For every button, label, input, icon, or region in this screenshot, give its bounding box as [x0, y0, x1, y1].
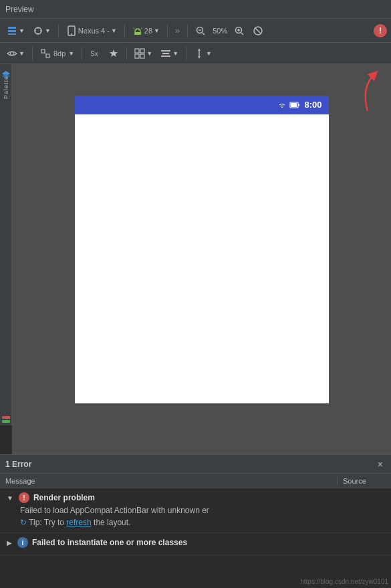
zoom-label: 50% — [211, 27, 229, 35]
disable-icon — [253, 25, 263, 36]
error-icon-red: ! — [19, 492, 29, 503]
height-button[interactable]: ▼ — [191, 47, 215, 60]
palette-green-icon — [2, 420, 10, 423]
col-message-header: Message — [0, 477, 338, 485]
star-icon — [108, 48, 119, 59]
error-item-1-expand[interactable]: ▼ — [5, 493, 15, 503]
align-button[interactable]: ▼ — [158, 47, 181, 60]
svg-rect-21 — [41, 50, 45, 53]
more-options-button[interactable]: » — [172, 24, 182, 37]
star-button[interactable] — [106, 47, 122, 60]
separator-4 — [187, 24, 188, 37]
align-chevron: ▼ — [172, 50, 178, 57]
separator-6 — [82, 47, 82, 60]
svg-marker-25 — [110, 50, 118, 57]
svg-rect-28 — [135, 54, 139, 58]
svg-line-9 — [141, 27, 142, 29]
eye-button[interactable]: ▼ — [4, 47, 27, 60]
refresh-link[interactable]: refresh — [66, 518, 91, 527]
svg-rect-32 — [161, 56, 170, 57]
zoom-in-icon — [234, 25, 245, 36]
sx-icon: Sx — [90, 48, 100, 59]
toolbar-row2: ▼ 8dp ▼ Sx ▼ — [0, 43, 391, 64]
wifi-icon — [277, 100, 287, 110]
error-render-problem: ▼ ! Render problem Failed to load AppCom… — [0, 488, 391, 533]
title-bar-text: Preview — [5, 5, 34, 14]
error-item-2-expand[interactable]: ▶ — [5, 538, 13, 548]
title-bar: Preview — [0, 0, 391, 19]
device-button[interactable]: Nexus 4 - ▼ — [63, 24, 120, 37]
svg-marker-35 — [198, 56, 201, 58]
phone-preview: 8:00 — [75, 96, 329, 403]
svg-rect-1 — [8, 30, 16, 32]
snap-button[interactable]: 8dp ▼ — [37, 47, 77, 60]
palette-icon-group: Palette — [0, 67, 12, 95]
svg-rect-31 — [162, 53, 169, 54]
svg-rect-22 — [46, 54, 49, 58]
svg-line-17 — [241, 33, 243, 35]
phone-icon — [66, 25, 77, 36]
error-panel-columns: Message Source — [0, 474, 391, 488]
svg-point-20 — [11, 52, 14, 55]
svg-rect-0 — [8, 27, 16, 29]
palette-label: Palette — [1, 83, 11, 92]
height-chevron: ▼ — [206, 50, 212, 57]
arrow-annotation — [331, 68, 384, 121]
separator-8 — [186, 47, 186, 60]
svg-line-13 — [203, 33, 205, 35]
main-content: 8:00 — [12, 64, 391, 454]
svg-line-8 — [133, 27, 134, 29]
config-chevron: ▼ — [45, 27, 51, 34]
grid-chevron: ▼ — [146, 50, 152, 57]
svg-text:Sx: Sx — [90, 50, 98, 58]
svg-rect-2 — [8, 33, 16, 35]
error-panel-header: 1 Error × — [0, 455, 391, 474]
eye-chevron: ▼ — [19, 50, 25, 57]
zoom-out-icon — [195, 25, 206, 36]
config-icon — [33, 25, 43, 36]
sx-button[interactable]: Sx — [87, 47, 103, 60]
error-panel-close-button[interactable]: × — [375, 458, 386, 471]
svg-rect-27 — [140, 49, 144, 53]
zoom-in-button[interactable] — [231, 24, 247, 37]
eye-icon — [7, 48, 17, 59]
snap-icon — [40, 48, 51, 59]
instantiate-error-title: Failed to instantiate one or more classe… — [32, 538, 187, 547]
separator-2 — [124, 24, 125, 37]
api-level-button[interactable]: 28 ▼ — [130, 24, 162, 37]
device-chevron: ▼ — [111, 27, 117, 34]
svg-rect-26 — [135, 49, 139, 53]
toolbar-row1: ▼ ▼ Nexus 4 - ▼ 28 ▼ » — [0, 19, 391, 43]
config-button[interactable]: ▼ — [30, 24, 53, 37]
error-count: 1 Error — [5, 460, 31, 469]
layers-button[interactable]: ▼ — [4, 24, 27, 37]
svg-rect-29 — [140, 54, 144, 58]
height-icon — [194, 48, 205, 59]
layers-chevron: ▼ — [19, 27, 25, 34]
refresh-icon: ↻ — [20, 518, 27, 527]
svg-point-6 — [136, 29, 137, 30]
snap-chevron: ▼ — [68, 50, 74, 57]
watermark: https://blog.csdn.net/zyw0101 — [300, 578, 388, 585]
separator-1 — [58, 24, 59, 37]
phone-time: 8:00 — [304, 100, 321, 110]
svg-line-23 — [45, 53, 46, 54]
api-chevron: ▼ — [154, 27, 160, 34]
separator-7 — [126, 47, 127, 60]
error-badge[interactable]: ! — [374, 24, 387, 37]
grid-button[interactable]: ▼ — [132, 47, 155, 60]
error-icon-blue: i — [17, 537, 28, 548]
layers-icon — [7, 25, 17, 36]
error-item-2-header: ▶ i Failed to instantiate one or more cl… — [5, 537, 386, 548]
col-source-header: Source — [338, 477, 391, 485]
disable-button[interactable] — [250, 24, 266, 37]
separator-3 — [167, 24, 168, 37]
android-icon — [132, 25, 143, 36]
svg-rect-10 — [134, 32, 141, 35]
align-icon — [160, 48, 171, 59]
svg-point-7 — [138, 29, 140, 30]
grid-icon — [134, 48, 145, 59]
zoom-out-button[interactable] — [192, 24, 209, 37]
svg-rect-30 — [161, 50, 170, 52]
palette-sidebar: Palette — [0, 64, 12, 425]
